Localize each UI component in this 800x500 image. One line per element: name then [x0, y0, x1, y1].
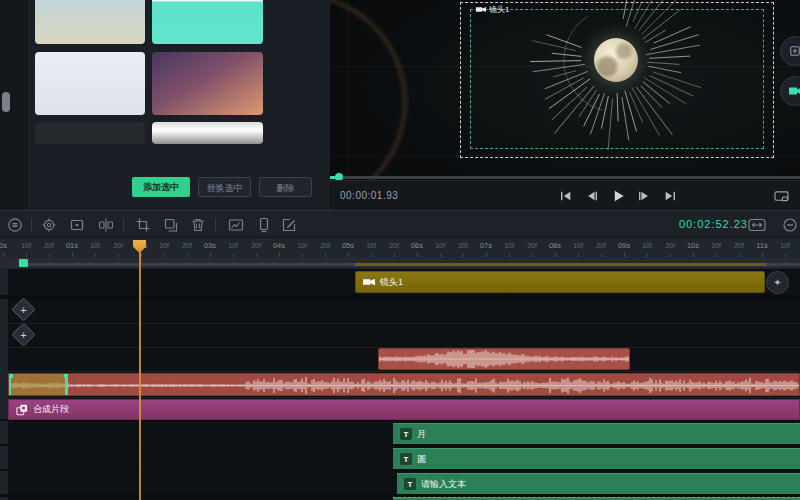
text-icon: T: [404, 478, 416, 490]
ruler-tick-label: 03s: [199, 241, 221, 250]
camera-icon: [363, 278, 375, 286]
preview-timecode: 00:00:01.93: [340, 190, 398, 201]
delete-button[interactable]: 删除: [259, 177, 312, 197]
history-circle-icon[interactable]: [6, 216, 24, 234]
audio-clip[interactable]: [8, 373, 800, 396]
settings-gear-icon[interactable]: [40, 216, 58, 234]
composite-icon: [16, 404, 28, 416]
overview-bar: [28, 263, 355, 266]
ruler-tick-label: 20f: [38, 242, 60, 249]
ruler-tick-label: 20f: [176, 242, 198, 249]
ruler-tick-label: 20f: [245, 242, 267, 249]
play-button[interactable]: [607, 188, 629, 204]
ruler-tick-label: 0s: [0, 241, 14, 250]
playhead-line: [139, 252, 141, 500]
edit-pen-icon[interactable]: [280, 216, 298, 234]
selection-box-inner: [470, 9, 764, 149]
ruler-tick-label: 10f: [222, 242, 244, 249]
color-swatch[interactable]: [152, 122, 263, 144]
text-clip[interactable]: T 月: [393, 423, 800, 444]
text-clip[interactable]: T 请输入文本: [397, 473, 800, 494]
screen-mirror-button[interactable]: [770, 188, 792, 204]
mini-clip-marker[interactable]: [19, 259, 28, 267]
ruler-tick-label: 10s: [682, 241, 704, 250]
audio-selection-region: [9, 374, 67, 396]
transport-bar: 00:00:01.93: [330, 180, 800, 210]
delete-trash-icon[interactable]: [189, 216, 207, 234]
ruler-tick-label: 20f: [107, 242, 129, 249]
ruler-tick-label: 20f: [728, 242, 750, 249]
ruler-tick-label: 10f: [153, 242, 175, 249]
color-swatch[interactable]: [35, 52, 145, 115]
overview-bar: [766, 263, 800, 266]
frame-select-icon[interactable]: [68, 216, 86, 234]
copy-icon[interactable]: [162, 216, 180, 234]
ruler-tick-label: 01s: [61, 241, 83, 250]
ruler-tick-label: 10f: [360, 242, 382, 249]
panel-scroll-rail: [0, 0, 28, 210]
frame-forward-button[interactable]: [633, 188, 655, 204]
asset-panel: 添加选中 替换选中 删除: [0, 0, 330, 210]
ruler-tick-label: 10f: [636, 242, 658, 249]
zoom-out-icon[interactable]: [781, 216, 799, 234]
scrollbar-thumb[interactable]: [2, 92, 10, 112]
camera-icon: [789, 86, 800, 96]
ruler-tick-label: 10f: [291, 242, 313, 249]
timeline-overview-strip[interactable]: [0, 258, 800, 268]
fit-timeline-icon[interactable]: [748, 216, 766, 234]
selection-label: 镜头1: [476, 3, 509, 15]
timeline-ruler[interactable]: 0s10f20f01s10f20f02s10f20f03s10f20f04s10…: [0, 238, 800, 258]
ruler-tick-label: 20f: [659, 242, 681, 249]
text-icon: T: [400, 428, 412, 440]
device-preview-icon[interactable]: [255, 216, 273, 234]
skip-end-button[interactable]: [659, 188, 681, 204]
video-clip[interactable]: 镜头1: [355, 271, 765, 293]
add-selected-button[interactable]: 添加选中: [132, 177, 190, 197]
add-keyframe-button[interactable]: +: [11, 297, 35, 321]
video-editor-app: { "panel": { "buttons": { "add": "添加选中",…: [0, 0, 800, 500]
track-header-rail: [0, 268, 8, 500]
text-clip[interactable]: T 圆: [393, 448, 800, 469]
audio-clip[interactable]: [378, 348, 630, 370]
ruler-tick-label: 11s: [751, 241, 773, 250]
ruler-tick-label: 20f: [590, 242, 612, 249]
ruler-tick-label: 20f: [383, 242, 405, 249]
skip-start-button[interactable]: [555, 188, 577, 204]
ruler-tick-label: 04s: [268, 241, 290, 250]
text-icon: T: [400, 453, 412, 465]
timeline-toolbar: 00:02:52.23: [0, 210, 800, 238]
timeline-timecode: 00:02:52.23: [679, 218, 748, 230]
camera-icon: [476, 6, 486, 13]
overview-video-segment: [355, 263, 766, 266]
ruler-tick-label: 10f: [15, 242, 37, 249]
ruler-tick-label: 20f: [314, 242, 336, 249]
ruler-tick-label: 08s: [544, 241, 566, 250]
preview-viewport: 镜头1 00:00:01.93: [330, 0, 800, 210]
ruler-tick-label: 05s: [337, 241, 359, 250]
color-swatch[interactable]: [35, 0, 145, 44]
crop-icon[interactable]: [134, 216, 152, 234]
color-swatch[interactable]: [152, 0, 263, 44]
ruler-tick-label: 10f: [429, 242, 451, 249]
ruler-tick-label: 10f: [774, 242, 796, 249]
ruler-tick-label: 10f: [567, 242, 589, 249]
replace-selected-button[interactable]: 替换选中: [198, 177, 251, 197]
ruler-tick-label: 06s: [406, 241, 428, 250]
ruler-tick-label: 10f: [705, 242, 727, 249]
preview-seekbar[interactable]: [330, 176, 800, 179]
clip-transition-button[interactable]: ✦: [766, 271, 789, 294]
ruler-tick-label: 20f: [521, 242, 543, 249]
ruler-tick-label: 09s: [613, 241, 635, 250]
ruler-tick-label: 10f: [84, 242, 106, 249]
ruler-tick-label: 07s: [475, 241, 497, 250]
add-keyframe-button[interactable]: +: [11, 322, 35, 346]
frame-back-button[interactable]: [581, 188, 603, 204]
timeline-tracks: 镜头1 ✦ + + 合成片段 T 月 T 圆 T: [0, 268, 800, 500]
color-swatch[interactable]: [152, 52, 263, 115]
ruler-tick-label: 10f: [498, 242, 520, 249]
color-swatch[interactable]: [35, 122, 145, 144]
ruler-tick-label: 20f: [452, 242, 474, 249]
composite-clip[interactable]: 合成片段: [8, 399, 800, 420]
split-icon[interactable]: [97, 216, 115, 234]
picture-export-icon[interactable]: [227, 216, 245, 234]
